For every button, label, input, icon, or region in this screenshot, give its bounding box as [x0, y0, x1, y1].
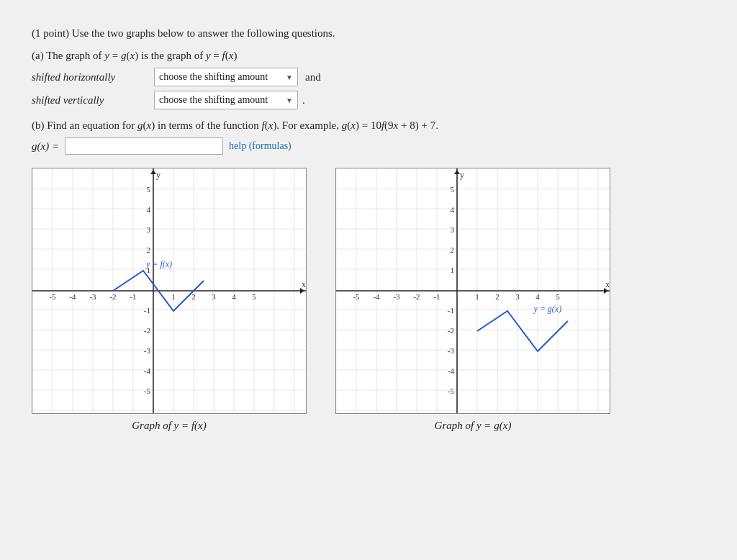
graph1-wrapper: Graph of y = f(x) [32, 168, 307, 432]
chevron-down-icon: ▼ [286, 73, 293, 81]
graph2-caption: Graph of y = g(x) [435, 420, 512, 432]
chevron-down-icon-2: ▼ [286, 96, 293, 104]
shift-horizontal-dropdown[interactable]: choose the shifting amount ▼ [154, 68, 298, 86]
shift-horizontal-dropdown-text: choose the shifting amount [159, 71, 268, 83]
shift-vertical-dropdown-text: choose the shifting amount [159, 94, 268, 106]
intro-text: (1 point) Use the two graphs below to an… [32, 27, 705, 40]
help-formulas-link[interactable]: help (formulas) [229, 140, 291, 152]
gx-input[interactable] [65, 137, 223, 155]
graph1-caption: Graph of y = f(x) [132, 420, 206, 432]
graphs-container: Graph of y = f(x) Graph of y = g(x) [32, 168, 705, 432]
period-text: . [302, 94, 305, 107]
shift-horizontal-label: shifted horizontally [32, 71, 154, 83]
graph2-canvas [335, 168, 610, 414]
part-a-title: (a) The graph of y = g(x) is the graph o… [32, 50, 705, 62]
part-b-title: (b) Find an equation for g(x) in terms o… [32, 119, 705, 132]
shift-vertical-label: shifted vertically [32, 94, 154, 107]
graph2-wrapper: Graph of y = g(x) [335, 168, 610, 432]
shift-vertical-dropdown[interactable]: choose the shifting amount ▼ [154, 91, 298, 109]
and-text: and [305, 71, 321, 83]
graph1-canvas [32, 168, 307, 414]
gx-label: g(x) = [32, 140, 59, 153]
